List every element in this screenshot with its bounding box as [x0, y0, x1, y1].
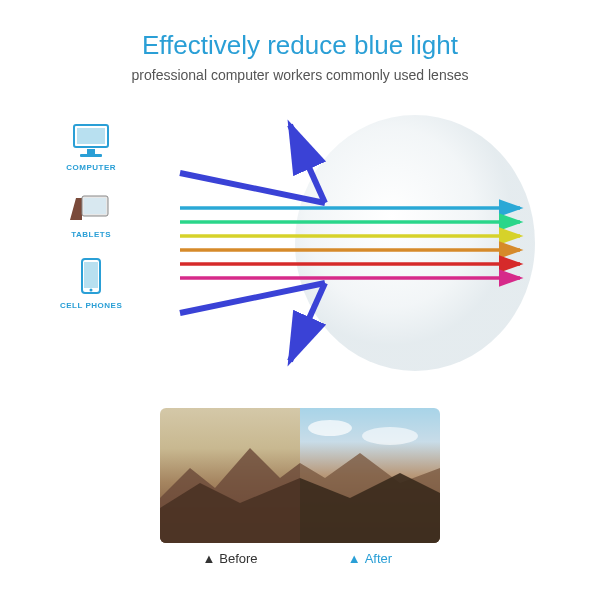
device-tablet: TABLETS: [60, 190, 122, 239]
lens-diagram: COMPUTER TABLETS CELL PHONES: [50, 113, 550, 383]
svg-rect-2: [87, 149, 95, 154]
computer-label: COMPUTER: [66, 163, 116, 172]
computer-icon: [70, 123, 112, 159]
page-subtitle: professional computer workers commonly u…: [132, 67, 469, 83]
device-phone: CELL PHONES: [60, 257, 122, 310]
triangle-icon: ▲: [202, 551, 215, 566]
triangle-icon: ▲: [348, 551, 361, 566]
tablet-icon: [68, 190, 114, 226]
phone-label: CELL PHONES: [60, 301, 122, 310]
svg-point-10: [362, 427, 418, 445]
comparison-before: [160, 408, 300, 543]
lens-rays-svg: [170, 113, 550, 373]
device-list: COMPUTER TABLETS CELL PHONES: [60, 123, 122, 310]
comparison-labels: ▲ Before ▲ After: [160, 551, 440, 566]
comparison-image: [160, 408, 440, 543]
svg-point-8: [90, 289, 93, 292]
svg-rect-1: [77, 128, 105, 144]
comparison-after: [300, 408, 440, 543]
lens-shape: [295, 115, 535, 371]
blue-ray-top-in: [180, 173, 325, 203]
page-title: Effectively reduce blue light: [142, 30, 458, 61]
svg-rect-7: [84, 262, 98, 288]
svg-rect-5: [84, 198, 106, 214]
tablet-label: TABLETS: [71, 230, 111, 239]
svg-rect-3: [80, 154, 102, 157]
after-text: After: [365, 551, 392, 566]
blue-ray-bottom-in: [180, 283, 325, 313]
phone-icon: [79, 257, 103, 297]
device-computer: COMPUTER: [60, 123, 122, 172]
after-label: ▲ After: [300, 551, 440, 566]
before-text: Before: [219, 551, 257, 566]
before-label: ▲ Before: [160, 551, 300, 566]
svg-point-9: [308, 420, 352, 436]
